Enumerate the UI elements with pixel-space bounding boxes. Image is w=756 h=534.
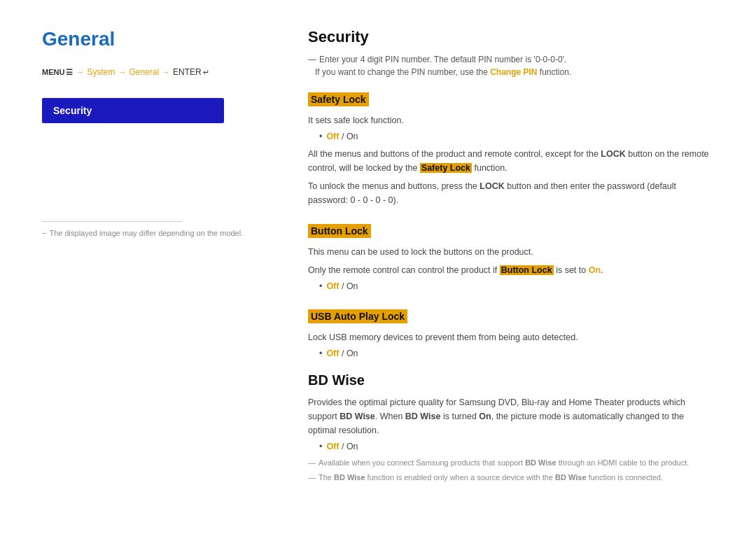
safety-lock-para2: To unlock the menus and buttons, press t…: [308, 179, 714, 207]
nav-menu: Security: [42, 98, 266, 123]
lock-bold: LOCK: [601, 149, 625, 159]
bd-wise-note-2: — The BD Wise function is enabled only w…: [308, 472, 714, 484]
usb-autoplay-options: Off / On: [308, 349, 714, 358]
button-lock-highlight: Button Lock: [500, 265, 554, 275]
safety-lock-desc: It sets safe lock function.: [308, 113, 714, 127]
intro-note-1: — Enter your 4 digit PIN number. The def…: [308, 55, 714, 64]
usb-autoplay-separator: /: [339, 349, 346, 358]
bd-wise-note2-bold1: BD Wise: [334, 473, 365, 482]
disclaimer-dash: −: [42, 229, 46, 237]
button-lock-inline: Only the remote control can control the …: [308, 263, 714, 277]
breadcrumb-general: General: [129, 67, 159, 77]
bd-wise-separator: /: [339, 442, 346, 451]
safety-lock-separator: /: [339, 132, 346, 141]
breadcrumb-arrow-1: →: [76, 67, 84, 77]
section-title-security: Security: [308, 28, 714, 46]
safety-lock-on: On: [346, 132, 358, 141]
usb-autoplay-on: On: [346, 349, 358, 358]
button-lock-on-link: On: [589, 265, 601, 275]
bd-wise-section: BD Wise Provides the optimal picture qua…: [308, 372, 714, 483]
usb-autoplay-desc: Lock USB memory devices to prevent them …: [308, 330, 714, 344]
right-panel: Security — Enter your 4 digit PIN number…: [308, 28, 714, 483]
button-lock-heading: Button Lock: [308, 224, 371, 238]
bd-wise-note1-text: Available when you connect Samsung produ…: [318, 457, 689, 469]
enter-icon: ↵: [203, 68, 209, 77]
safety-lock-heading: Safety Lock: [308, 92, 369, 106]
sidebar-item-security[interactable]: Security: [42, 98, 224, 123]
button-lock-desc: This menu can be used to lock the button…: [308, 245, 714, 259]
bd-wise-para1: Provides the optimal picture quality for…: [308, 395, 714, 437]
left-panel: General MENU ☰ → System → General → ENTE…: [42, 28, 266, 483]
button-lock-separator: /: [339, 281, 346, 291]
disclaimer-text: The displayed image may differ depending…: [49, 229, 243, 237]
bd-wise-option: Off / On: [319, 442, 714, 451]
safety-lock-para1: All the menus and buttons of the product…: [308, 147, 714, 175]
bd-wise-note2-dash: —: [308, 472, 316, 484]
safety-lock-options: Off / On: [308, 132, 714, 141]
usb-autoplay-heading: USB Auto Play Lock: [308, 309, 407, 323]
bd-wise-note2-bold2: BD Wise: [555, 473, 587, 482]
bd-wise-bold1: BD Wise: [340, 412, 375, 421]
usb-autoplay-option: Off / On: [319, 349, 714, 358]
bd-wise-on-bold: On: [479, 412, 491, 421]
bd-wise-note1-dash: —: [308, 457, 316, 469]
menu-bars-icon: ☰: [66, 68, 73, 77]
bd-wise-note-1: — Available when you connect Samsung pro…: [308, 457, 714, 469]
breadcrumb: MENU ☰ → System → General → ENTER ↵: [42, 67, 266, 77]
page-title: General: [42, 28, 266, 50]
bd-wise-note1-bold: BD Wise: [525, 458, 556, 467]
bd-wise-bold2: BD Wise: [405, 412, 441, 421]
button-lock-option: Off / On: [319, 281, 714, 291]
page-container: General MENU ☰ → System → General → ENTE…: [0, 0, 756, 511]
safety-lock-option: Off / On: [319, 132, 714, 141]
bd-wise-on: On: [346, 442, 358, 451]
bd-wise-options: Off / On: [308, 442, 714, 451]
disclaimer: − The displayed image may differ dependi…: [42, 229, 266, 237]
breadcrumb-arrow-2: →: [118, 67, 126, 77]
intro-text-2-before: If you want to change the PIN number, us…: [308, 67, 571, 77]
breadcrumb-arrow-3: →: [162, 67, 170, 77]
breadcrumb-enter: ENTER: [173, 67, 202, 77]
bd-wise-title: BD Wise: [308, 372, 714, 388]
usb-autoplay-off: Off: [326, 349, 339, 358]
divider: [42, 221, 182, 222]
button-lock-off: Off: [326, 281, 339, 291]
safety-lock-off: Off: [326, 132, 339, 141]
lock-bold-2: LOCK: [479, 181, 504, 191]
safety-lock-highlight: Safety Lock: [420, 163, 472, 173]
bd-wise-off: Off: [326, 442, 339, 451]
intro-note-2: If you want to change the PIN number, us…: [308, 67, 714, 77]
breadcrumb-system: System: [87, 67, 115, 77]
intro-text-1: Enter your 4 digit PIN number. The defau…: [319, 55, 566, 64]
button-lock-options: Off / On: [308, 281, 714, 291]
button-lock-on: On: [346, 281, 358, 291]
change-pin-link[interactable]: Change PIN: [490, 67, 537, 77]
menu-icon: MENU: [42, 68, 64, 76]
intro-dash-1: —: [308, 55, 316, 64]
bd-wise-note2-text: The BD Wise function is enabled only whe…: [318, 472, 663, 484]
